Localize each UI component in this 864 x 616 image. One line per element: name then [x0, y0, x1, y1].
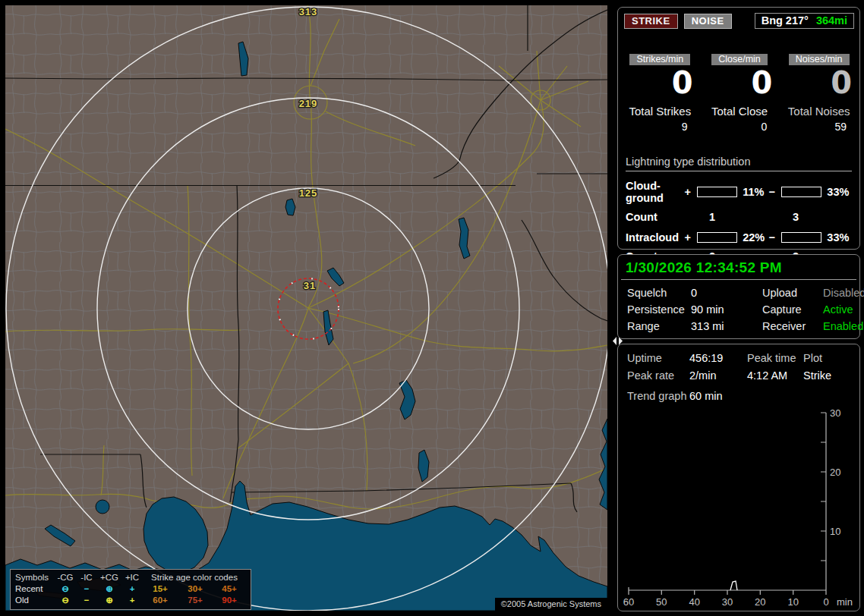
lightning-distribution: Lightning type distribution Cloud-ground…: [626, 156, 852, 262]
close-column: Close/min 0 Total Close 0: [705, 52, 774, 133]
datetime-display: 1/30/2026 12:34:52 PM: [626, 259, 852, 276]
trend-axes: [629, 413, 826, 595]
legend-col-neg-ic: -IC: [76, 572, 97, 583]
nexstorm-window: 313 219 125 31 Symbols -CG -IC +CG +IC S…: [0, 0, 864, 616]
xtick-0: 0: [823, 596, 828, 608]
xtick-30: 30: [722, 596, 733, 608]
recent-neg-cg-icon: ⊖: [55, 583, 76, 595]
receiver-label: Receiver: [762, 320, 823, 332]
old-neg-cg-icon: ⊖: [55, 595, 76, 606]
cg-positive-bar: [697, 187, 738, 197]
bearing-range-display: Bng 217°364mi: [755, 13, 854, 29]
bearing-value: Bng 217°: [762, 14, 809, 27]
minus-sign: −: [768, 231, 777, 244]
age-30: 30+: [178, 583, 213, 595]
ic-positive-bar: [697, 232, 738, 243]
stats-grid: Uptime 456:19 Peak time Plot Peak rate 2…: [627, 352, 850, 382]
recent-pos-ic-icon: +: [121, 583, 143, 595]
status-grid: Squelch 0 Upload Disabled Persistence 90…: [627, 287, 850, 332]
total-noises-value: 59: [784, 121, 853, 133]
old-neg-ic-icon: −: [76, 595, 97, 606]
xtick-20: 20: [755, 596, 765, 608]
ring-label-313: 313: [299, 6, 318, 17]
panel-stats: Uptime 456:19 Peak time Plot Peak rate 2…: [617, 344, 860, 611]
close-per-min-chip: Close/min: [711, 54, 768, 65]
total-strikes-value: 9: [626, 121, 695, 133]
intracloud-row: Intracloud + 22% − 33%: [626, 231, 852, 244]
upload-status: Disabled: [823, 287, 864, 299]
xtick-40: 40: [689, 596, 699, 608]
old-pos-cg-icon: ⊕: [97, 595, 121, 606]
legend-old-label: Old: [15, 595, 55, 606]
close-per-min-value: 0: [705, 67, 774, 99]
strikes-column: Strikes/min 0 Total Strikes 9: [626, 52, 695, 133]
age-60: 60+: [143, 595, 178, 606]
strikes-per-min-value: 0: [626, 67, 695, 99]
peak-time-label: Peak time: [747, 352, 803, 364]
cg-positive-count: 1: [709, 211, 793, 223]
trend-window-value: 60 min: [689, 390, 850, 402]
legend-col-pos-ic: +IC: [121, 572, 143, 583]
recent-neg-ic-icon: −: [76, 583, 97, 595]
ic-negative-pct: 33%: [821, 231, 852, 244]
age-45: 45+: [213, 583, 246, 595]
ytick-10: 10: [830, 526, 840, 537]
intracloud-label: Intracloud: [626, 231, 683, 244]
range-label: Range: [627, 320, 691, 332]
legend-col-pos-cg: +CG: [97, 572, 121, 583]
distribution-title: Lightning type distribution: [626, 156, 852, 171]
range-value: 364mi: [816, 14, 847, 27]
minus-sign: −: [768, 186, 777, 198]
old-pos-ic-icon: +: [121, 595, 143, 606]
cg-negative-count: 3: [793, 211, 799, 223]
noise-toggle-button[interactable]: NOISE: [684, 14, 732, 29]
xtick-50: 50: [656, 596, 667, 608]
xtick-60: 60: [623, 596, 634, 608]
cg-negative-pct: 33%: [821, 186, 852, 198]
ring-label-125: 125: [299, 187, 318, 199]
persistence-value: 90 min: [691, 303, 762, 316]
trend-tick-labels: 30 20 10 60 50 40 30 20 10 0 min: [623, 408, 853, 608]
trend-graph-row: Trend graph 60 min: [627, 390, 850, 402]
range-setting-value: 313 mi: [691, 320, 762, 332]
noises-per-min-value: 0: [784, 67, 853, 99]
trend-series-line: [730, 581, 737, 590]
copyright-text: ©2005 Astrogenic Systems: [495, 598, 607, 611]
peak-time-value: 4:12 AM: [747, 369, 803, 382]
panel-counters: STRIKE NOISE Bng 217°364mi Strikes/min 0…: [617, 7, 860, 250]
squelch-label: Squelch: [627, 287, 691, 299]
ring-label-31: 31: [304, 280, 316, 291]
peak-rate-value: 2/min: [689, 369, 747, 382]
plus-sign: +: [683, 186, 692, 198]
map-legend: Symbols -CG -IC +CG +IC Strike age color…: [10, 569, 251, 610]
age-75: 75+: [178, 595, 213, 606]
cloud-ground-row: Cloud-ground + 11% − 33%: [626, 180, 852, 204]
legend-recent-label: Recent: [15, 583, 55, 595]
capture-label: Capture: [762, 303, 823, 316]
uptime-value: 456:19: [689, 352, 747, 364]
plot-label: Plot: [803, 352, 850, 364]
recent-pos-cg-icon: ⊕: [97, 583, 121, 595]
rate-counters: Strikes/min 0 Total Strikes 9 Close/min …: [626, 52, 853, 133]
trend-graph: 30 20 10 60 50 40 30 20 10 0 min: [618, 408, 859, 610]
strike-toggle-button[interactable]: STRIKE: [624, 14, 678, 29]
cloud-ground-label: Cloud-ground: [626, 180, 683, 204]
noises-column: Noises/min 0 Total Noises 59: [784, 52, 853, 133]
xtick-10: 10: [787, 596, 798, 608]
lightning-map[interactable]: 313 219 125 31 Symbols -CG -IC +CG +IC S…: [5, 5, 607, 611]
legend-age-header: Strike age color codes: [143, 572, 246, 583]
map-svg: 313 219 125 31: [5, 5, 607, 611]
mode-button-row: STRIKE NOISE Bng 217°364mi: [624, 13, 854, 29]
age-90: 90+: [213, 595, 246, 606]
persistence-label: Persistence: [627, 303, 691, 316]
squelch-value: 0: [691, 287, 762, 299]
total-strikes-label: Total Strikes: [626, 105, 695, 118]
uptime-label: Uptime: [627, 352, 689, 364]
total-noises-label: Total Noises: [784, 105, 853, 118]
ytick-20: 20: [830, 467, 840, 478]
trend-graph-label: Trend graph: [627, 390, 689, 402]
cloud-ground-count-row: Count 1 3: [626, 211, 852, 223]
total-close-value: 0: [705, 121, 774, 133]
legend-col-neg-cg: -CG: [55, 572, 76, 583]
receiver-status: Enabled: [823, 320, 864, 332]
